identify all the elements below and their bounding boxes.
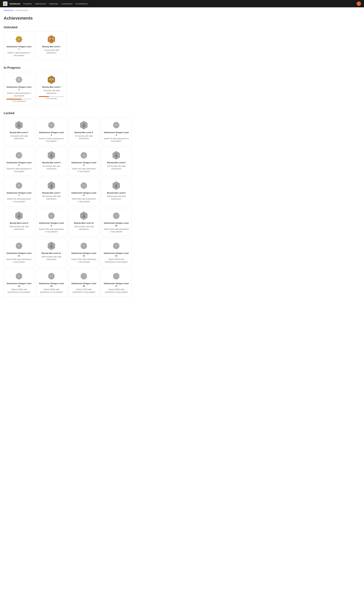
card-title-shogun-13: Submission Shogun Level 13 <box>104 252 129 257</box>
card-desc-shogun-17: Submit 20000 valid submissions in any pr… <box>104 288 129 293</box>
progress-bar-container-shogun-2 <box>6 99 32 100</box>
nav-payments[interactable]: Payments <box>49 3 58 5</box>
card-icon-shogun-11: 11 <box>14 241 24 250</box>
card-title-shogun-6: Submission Shogun Level 6 <box>71 161 96 167</box>
locked-title: Locked <box>4 111 134 115</box>
card-title-bee-11: Bounty Bee Level 11 <box>42 252 61 255</box>
card-title-bee-6: Bounty Bee Level 6 <box>107 161 125 164</box>
card-title-shogun-8: Submission Shogun Level 8 <box>71 192 96 197</box>
svg-text:1: 1 <box>18 39 19 40</box>
achievement-card-bee-7: Bounty Bee Level 7250 bounties with vali… <box>36 178 67 206</box>
card-desc-shogun-1: Submit 1 valid submission in any program <box>6 52 32 57</box>
progress-bar-shogun-2 <box>6 99 22 100</box>
card-icon-bee-11 <box>47 241 56 250</box>
card-icon-bee-5 <box>47 151 56 160</box>
card-icon-shogun-8: 8 <box>79 181 88 190</box>
card-desc-shogun-7: Submit 250 valid submissions in any prog… <box>6 198 32 203</box>
card-desc-shogun-12: Submit 7500 valid submissions in any pro… <box>71 258 96 263</box>
card-title-shogun-12: Submission Shogun Level 12 <box>71 252 96 257</box>
card-title-shogun-15: Submission Shogun Level 15 <box>39 282 64 288</box>
locked-cards-grid: Bounty Bee Level 310 bounties with valid… <box>4 117 134 297</box>
card-icon-shogun-10: 10 <box>112 211 121 220</box>
achievement-card-bee-1: Bounty Bee Level 11 bounty with valid su… <box>36 31 67 60</box>
card-icon-shogun-4: 4 <box>112 120 121 130</box>
unlocked-title: Unlocked <box>4 26 134 29</box>
card-desc-bee-6: 100 bounties with valid submissions <box>104 165 129 170</box>
achievement-card-shogun-17: 17 Submission Shogun Level 17Submit 2000… <box>101 268 131 297</box>
card-title-shogun-14: Submission Shogun Level 14 <box>6 282 32 288</box>
svg-text:5: 5 <box>18 155 19 156</box>
card-desc-bee-7: 250 bounties with valid submissions <box>39 195 64 200</box>
svg-text:8: 8 <box>83 185 84 187</box>
in-progress-cards-grid: 2 Submission Shogun Level 2Submit 5 vali… <box>4 72 134 105</box>
achievement-card-shogun-3: 3 Submission Shogun Level 3Submit 10 val… <box>36 117 67 146</box>
card-desc-bee-4: 25 bounties with valid submissions <box>71 135 96 140</box>
card-title-shogun-4: Submission Shogun Level 4 <box>104 131 129 136</box>
svg-text:16: 16 <box>83 276 85 277</box>
logo[interactable]: b <box>3 1 7 6</box>
nav-crowdstream[interactable]: CrowdStream <box>76 3 88 5</box>
avatar[interactable] <box>357 1 361 6</box>
locked-section: Locked Bounty Bee Level 310 bounties wit… <box>4 111 134 297</box>
progress-bar-container-bee-2 <box>39 96 64 97</box>
svg-text:15: 15 <box>51 276 52 277</box>
svg-text:2: 2 <box>18 79 19 81</box>
achievement-card-shogun-7: 7 Submission Shogun Level 7Submit 250 va… <box>4 178 34 206</box>
card-icon-shogun-12: 12 <box>79 241 88 250</box>
card-desc-bee-9: 1000 bounties with valid submissions <box>6 225 32 231</box>
card-icon-shogun-13: 13 <box>112 241 121 250</box>
card-icon-bee-2 <box>47 75 56 84</box>
svg-text:9: 9 <box>51 215 52 217</box>
card-desc-shogun-13: Submit 10000 valid submissions in any pr… <box>104 258 129 263</box>
card-desc-shogun-9: Submit 1000 valid submissions in any pro… <box>39 228 64 233</box>
card-icon-bee-6 <box>112 151 121 160</box>
card-desc-bee-10: 1500 bounties with valid submissions <box>71 225 96 231</box>
nav-dashboard[interactable]: Dashboard <box>10 3 20 5</box>
card-icon-bee-8 <box>112 181 121 190</box>
svg-text:4: 4 <box>116 125 117 126</box>
card-desc-shogun-3: Submit 10 valid submissions in any progr… <box>39 137 64 143</box>
achievement-card-shogun-5: 5 Submission Shogun Level 5Submit 50 val… <box>4 147 34 176</box>
achievement-card-bee-6: Bounty Bee Level 6100 bounties with vali… <box>101 147 131 176</box>
card-desc-bee-5: 50 bounties with valid submissions <box>39 165 64 170</box>
achievement-card-bee-10: Bounty Bee Level 101500 bounties with va… <box>68 208 99 236</box>
page-content: Achievements Unlocked 1 Submission Shogu… <box>0 13 138 309</box>
card-title-shogun-2: Submission Shogun Level 2 <box>6 86 32 91</box>
breadcrumb-separator: > <box>14 9 16 12</box>
nav-submissions[interactable]: Submissions <box>35 3 46 5</box>
achievement-card-bee-11: Bounty Bee Level 112000 bounties with va… <box>36 238 67 266</box>
svg-text:12: 12 <box>83 245 85 247</box>
card-icon-bee-7 <box>47 181 56 190</box>
nav-programs[interactable]: Programs <box>23 3 32 5</box>
svg-text:7: 7 <box>18 185 19 187</box>
card-desc-bee-1: 1 bounty with valid submissions <box>39 49 64 54</box>
card-icon-shogun-17: 17 <box>112 272 121 281</box>
svg-text:11: 11 <box>18 245 20 247</box>
card-icon-shogun-9: 9 <box>47 211 56 220</box>
card-icon-shogun-2: 2 <box>14 75 24 84</box>
svg-text:6: 6 <box>83 155 84 156</box>
achievement-card-shogun-8: 8 Submission Shogun Level 8Submit 500 va… <box>68 178 99 206</box>
achievement-card-shogun-13: 13 Submission Shogun Level 13Submit 1000… <box>101 238 131 266</box>
achievement-card-shogun-14: 14 Submission Shogun Level 14Submit 1250… <box>4 268 34 297</box>
card-title-shogun-11: Submission Shogun Level 11 <box>6 252 32 257</box>
achievement-card-shogun-16: 16 Submission Shogun Level 16Submit 1750… <box>68 268 99 297</box>
breadcrumb-parent[interactable]: Dashboard <box>4 9 13 12</box>
card-icon-shogun-15: 15 <box>47 272 56 281</box>
card-title-bee-2: Bounty Bee Level 2 <box>42 86 61 88</box>
card-icon-bee-4 <box>79 120 88 130</box>
card-title-bee-8: Bounty Bee Level 8 <box>107 192 125 194</box>
progress-bar-bee-2 <box>39 96 49 97</box>
nav-leaderboard[interactable]: Leaderboard <box>61 3 73 5</box>
card-title-bee-9: Bounty Bee Level 9 <box>10 222 28 224</box>
page-title: Achievements <box>4 16 134 21</box>
card-desc-shogun-16: Submit 17500 valid submissions in any pr… <box>71 288 96 293</box>
card-title-bee-5: Bounty Bee Level 5 <box>42 161 61 164</box>
svg-text:17: 17 <box>115 276 117 277</box>
card-desc-shogun-10: Submit 2500 valid submissions in any pro… <box>104 228 129 233</box>
card-desc-shogun-4: Submit 25 valid submissions in any progr… <box>104 137 129 143</box>
card-desc-shogun-15: Submit 15000 valid submissions in any pr… <box>39 288 64 293</box>
svg-text:10: 10 <box>115 215 117 217</box>
achievement-card-shogun-6: 6 Submission Shogun Level 6Submit 100 va… <box>68 147 99 176</box>
achievement-card-bee-3: Bounty Bee Level 310 bounties with valid… <box>4 117 34 146</box>
